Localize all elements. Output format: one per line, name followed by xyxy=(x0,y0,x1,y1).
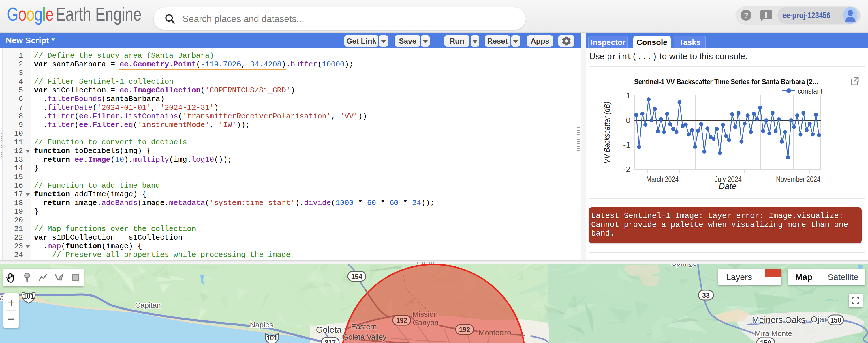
svg-text:Mira Monte: Mira Monte xyxy=(755,329,792,338)
svg-text:November 2024: November 2024 xyxy=(776,175,820,183)
svg-text:VV Backscatter (dB): VV Backscatter (dB) xyxy=(603,102,611,164)
svg-text:Montecito: Montecito xyxy=(479,328,511,337)
svg-text:-2: -2 xyxy=(623,165,630,174)
svg-text:Ojai: Ojai xyxy=(811,314,826,324)
svg-text:Goleta: Goleta xyxy=(316,325,342,334)
svg-text:Capitan: Capitan xyxy=(135,301,161,310)
svg-text:33: 33 xyxy=(702,292,710,299)
svg-text:Goleta Valley: Goleta Valley xyxy=(343,333,387,341)
svg-text:?: ? xyxy=(744,11,748,19)
svg-text:-1: -1 xyxy=(623,140,630,149)
svg-text:Date: Date xyxy=(719,182,737,191)
svg-text:192: 192 xyxy=(396,317,407,324)
svg-text:March 2024: March 2024 xyxy=(646,175,679,183)
svg-text:constant: constant xyxy=(798,87,823,95)
svg-text:Naples: Naples xyxy=(250,320,273,329)
svg-text:150: 150 xyxy=(830,316,841,324)
svg-text:217: 217 xyxy=(325,339,336,343)
svg-text:Springs: Springs xyxy=(671,264,697,267)
svg-text:154: 154 xyxy=(351,273,363,280)
svg-text:Meiners Oaks: Meiners Oaks xyxy=(752,315,805,324)
svg-text:192: 192 xyxy=(459,326,470,334)
svg-text:Mission: Mission xyxy=(412,310,438,318)
svg-text:0: 0 xyxy=(626,116,630,125)
svg-text:Sentinel-1 VV Backscatter Time: Sentinel-1 VV Backscatter Time Series fo… xyxy=(634,77,819,86)
svg-text:1: 1 xyxy=(626,91,630,100)
svg-text:150: 150 xyxy=(760,339,771,343)
svg-text:101: 101 xyxy=(267,334,278,342)
svg-text:101: 101 xyxy=(23,292,34,300)
svg-text:Eastern: Eastern xyxy=(351,322,377,331)
svg-text:Canyon: Canyon xyxy=(413,318,439,327)
